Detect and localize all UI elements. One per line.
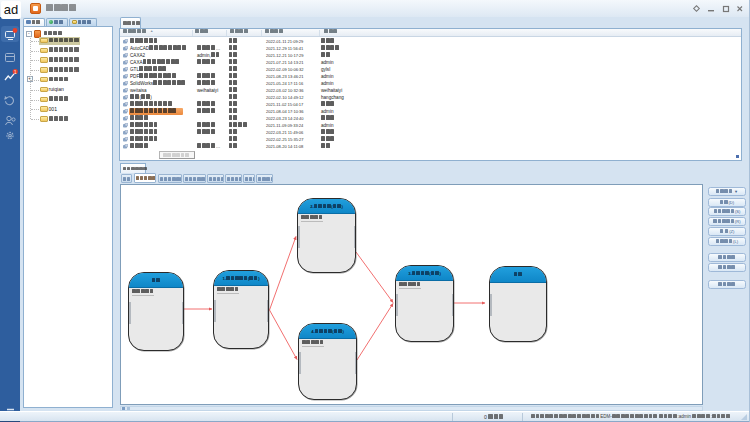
svg-text:1: 1	[14, 70, 17, 75]
